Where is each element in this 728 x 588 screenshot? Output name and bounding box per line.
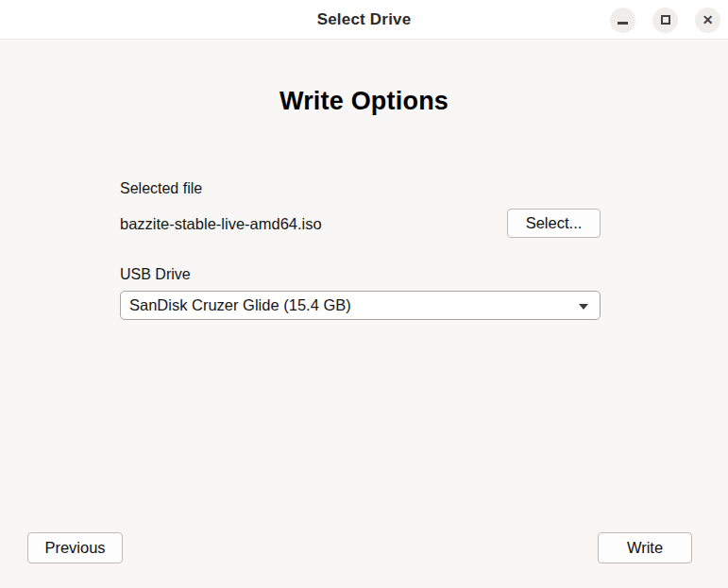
close-icon: ✕ — [703, 13, 714, 26]
selected-file-value: bazzite-stable-live-amd64.iso — [120, 215, 322, 233]
select-file-button[interactable]: Select... — [507, 209, 601, 238]
write-button[interactable]: Write — [598, 532, 692, 563]
minimize-icon — [618, 22, 628, 25]
usb-drive-select[interactable]: SanDisk Cruzer Glide (15.4 GB) — [120, 291, 601, 320]
app-window: Select Drive ✕ Write Options Selected fi… — [0, 0, 728, 588]
page-title: Write Options — [0, 87, 728, 116]
usb-drive-selected-option: SanDisk Cruzer Glide (15.4 GB) — [121, 296, 351, 314]
window-controls: ✕ — [610, 0, 720, 40]
previous-button[interactable]: Previous — [27, 532, 123, 563]
close-button[interactable]: ✕ — [695, 8, 720, 33]
titlebar: Select Drive ✕ — [0, 0, 728, 40]
maximize-button[interactable] — [652, 8, 678, 33]
maximize-icon — [661, 15, 670, 25]
dropdown-arrow-icon — [579, 304, 588, 310]
selected-file-label: Selected file — [120, 180, 202, 197]
usb-drive-label: USB Drive — [120, 266, 191, 283]
minimize-button[interactable] — [610, 8, 635, 33]
